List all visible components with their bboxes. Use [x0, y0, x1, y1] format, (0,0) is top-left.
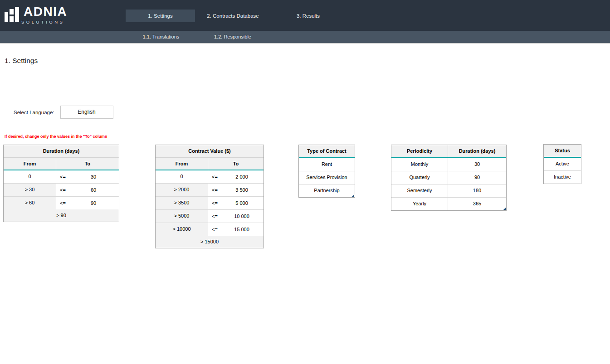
lte-operator: <=	[212, 171, 224, 183]
contract-from-cell: > 2000	[156, 184, 208, 196]
select-language-label: Select Language:	[14, 110, 54, 115]
status-row: Active	[544, 158, 581, 171]
duration-from-cell: 0	[4, 170, 56, 183]
settings-page: 1. Settings Select Language: English If …	[0, 44, 610, 364]
contract-from-cell: > 5000	[156, 210, 208, 223]
periodicity-table: Periodicity Duration (days) Monthly30Qua…	[391, 145, 507, 211]
periodicity-header: Periodicity	[391, 145, 448, 157]
page-title: 1. Settings	[5, 57, 38, 65]
status-row: Inactive	[544, 171, 581, 184]
type-of-contract-table: Type of Contract RentServices ProvisionP…	[298, 145, 355, 198]
duration-from-header: From	[4, 158, 56, 170]
tab-settings[interactable]: 1. Settings	[126, 10, 195, 22]
periodicity-name-cell[interactable]: Yearly	[391, 198, 448, 210]
brand-name: ADNIA	[24, 5, 67, 19]
duration-overflow-cell: > 90	[4, 209, 119, 222]
contract-to-value: 2 000	[224, 171, 260, 183]
status-cell[interactable]: Inactive	[544, 171, 581, 184]
periodicity-name-cell[interactable]: Monthly	[391, 158, 448, 171]
contract-type-row: Rent	[299, 158, 355, 171]
contract-from-cell: 0	[156, 170, 208, 183]
periodicity-name-cell[interactable]: Semesterly	[391, 184, 448, 197]
duration-to-cell[interactable]: <=60	[56, 184, 119, 196]
contract-to-cell[interactable]: <=3 500	[208, 184, 264, 196]
lte-operator: <=	[60, 184, 72, 196]
status-cell[interactable]: Active	[544, 158, 581, 170]
duration-table: Duration (days) From To 0<=30> 30<=60> 6…	[3, 145, 119, 222]
bar-chart-logo-icon	[5, 7, 21, 22]
app-header: ADNIA SOLUTIONS 1. Settings 2. Contracts…	[0, 0, 610, 31]
periodicity-row: Quarterly90	[391, 171, 506, 184]
periodicity-name-cell[interactable]: Quarterly	[391, 171, 448, 184]
status-header: Status	[544, 145, 581, 157]
duration-row: > 60<=90	[4, 197, 119, 209]
contract-type-cell[interactable]: Services Provision	[299, 171, 355, 184]
periodicity-value-cell[interactable]: 180	[448, 184, 506, 197]
contract-row: > 10000<=15 000	[156, 223, 264, 236]
contract-to-value: 5 000	[224, 197, 260, 209]
duration-to-value: 90	[72, 197, 115, 209]
language-dropdown[interactable]: English	[60, 106, 113, 119]
lte-operator: <=	[212, 223, 224, 236]
subtab-responsible[interactable]: 1.2. Responsible	[197, 31, 268, 43]
duration-row: > 30<=60	[4, 184, 119, 197]
contract-from-cell: > 3500	[156, 197, 208, 209]
subtab-translations[interactable]: 1.1. Translations	[126, 31, 196, 43]
adnia-logo: ADNIA SOLUTIONS	[5, 6, 95, 27]
contract-to-value: 3 500	[224, 184, 260, 196]
tab-contracts-database[interactable]: 2. Contracts Database	[198, 10, 268, 22]
contract-row: 0<=2 000	[156, 170, 264, 184]
duration-to-cell[interactable]: <=30	[56, 170, 119, 183]
contract-to-value: 15 000	[224, 223, 260, 236]
periodicity-row: Monthly30	[391, 158, 506, 171]
tab-results[interactable]: 3. Results	[273, 10, 343, 22]
contract-type-row: Partnership	[299, 184, 355, 197]
duration-to-value: 30	[72, 171, 115, 183]
duration-table-title: Duration (days)	[4, 145, 119, 158]
periodicity-value-cell[interactable]: 90	[448, 171, 506, 184]
contract-row: > 5000<=10 000	[156, 210, 264, 223]
contract-row: > 3500<=5 000	[156, 197, 264, 210]
contract-overflow-cell: > 15000	[156, 236, 264, 248]
lte-operator: <=	[60, 197, 72, 209]
contract-row: > 2000<=3 500	[156, 184, 264, 197]
to-column-instruction: If desired, change only the values in th…	[5, 134, 107, 139]
contract-to-cell[interactable]: <=10 000	[208, 210, 264, 223]
periodicity-value-cell[interactable]: 365	[448, 198, 506, 210]
contract-to-header: To	[208, 158, 264, 170]
duration-to-header: To	[56, 158, 119, 170]
contract-value-table: Contract Value ($) From To 0<=2 000> 200…	[155, 145, 264, 248]
sub-nav: 1.1. Translations 1.2. Responsible	[0, 31, 610, 44]
contract-from-cell: > 10000	[156, 223, 208, 236]
language-selector-row: Select Language: English	[14, 106, 113, 119]
type-of-contract-header: Type of Contract	[299, 145, 355, 157]
lte-operator: <=	[212, 210, 224, 223]
duration-from-cell: > 60	[4, 197, 56, 209]
contract-to-cell[interactable]: <=15 000	[208, 223, 264, 236]
lte-operator: <=	[212, 184, 224, 196]
contract-to-value: 10 000	[224, 210, 260, 223]
contract-to-cell[interactable]: <=5 000	[208, 197, 264, 209]
status-table: Status ActiveInactive	[543, 144, 581, 184]
duration-row: 0<=30	[4, 170, 119, 184]
contract-value-table-title: Contract Value ($)	[156, 145, 264, 158]
brand-tagline: SOLUTIONS	[21, 19, 64, 24]
contract-type-cell[interactable]: Partnership	[299, 184, 355, 197]
duration-to-cell[interactable]: <=90	[56, 197, 119, 209]
contract-from-header: From	[156, 158, 208, 170]
periodicity-row: Semesterly180	[391, 184, 506, 198]
lte-operator: <=	[212, 197, 224, 209]
lte-operator: <=	[60, 171, 72, 183]
contract-type-row: Services Provision	[299, 171, 355, 184]
contract-type-cell[interactable]: Rent	[299, 158, 355, 171]
periodicity-duration-header: Duration (days)	[448, 145, 506, 157]
periodicity-value-cell[interactable]: 30	[448, 158, 506, 171]
duration-from-cell: > 30	[4, 184, 56, 196]
duration-to-value: 60	[72, 184, 115, 196]
contract-to-cell[interactable]: <=2 000	[208, 170, 264, 183]
periodicity-row: Yearly365	[391, 198, 506, 210]
